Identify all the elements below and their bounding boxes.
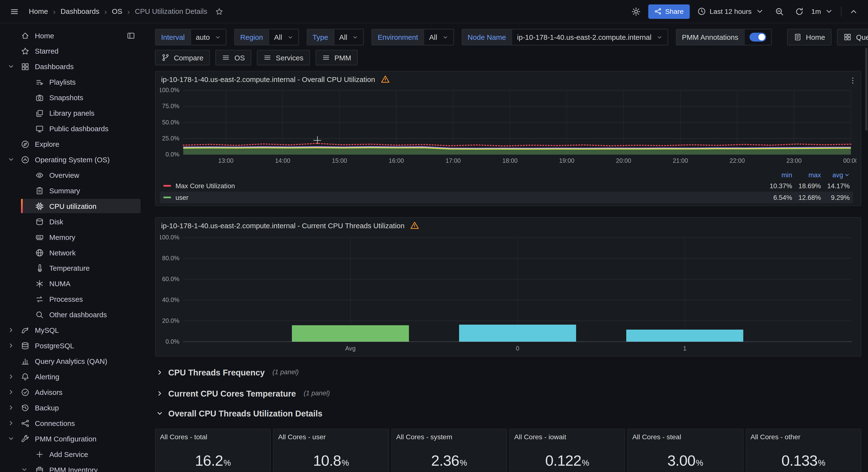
breadcrumb-item-home[interactable]: Home (29, 7, 48, 16)
dock-menu-button[interactable] (127, 31, 141, 39)
panel-menu-button[interactable] (846, 74, 859, 86)
dashboard-settings-button[interactable] (628, 4, 644, 19)
sidebar-item-cpu-utilization[interactable]: CPU utilization (0, 198, 145, 214)
sidebar-item-add-service[interactable]: Add Service (0, 446, 145, 462)
variable-value-dropdown[interactable]: auto (190, 29, 226, 46)
query-analytics-button[interactable]: Query Analytics (837, 29, 868, 46)
breadcrumb-item-dashboards[interactable]: Dashboards (61, 7, 99, 16)
os-button[interactable]: OS (216, 50, 251, 65)
variable-value-dropdown[interactable]: All (269, 29, 299, 46)
sidebar-item-playlists[interactable]: Playlists (0, 74, 145, 90)
chevron-down-icon[interactable] (21, 465, 35, 472)
chevron-right-icon[interactable] (8, 403, 21, 413)
breadcrumb-item-cpu-utilization-details[interactable]: CPU Utilization Details (135, 7, 207, 16)
processes-icon (35, 295, 44, 303)
sidebar-item-backup[interactable]: Backup (0, 400, 145, 415)
warning-icon[interactable] (410, 221, 419, 230)
sidebar-item-connections[interactable]: Connections (0, 415, 145, 431)
variable-label[interactable]: Region (234, 29, 269, 46)
compare-button[interactable]: Compare (155, 50, 210, 65)
sidebar-item-query-analytics-qan[interactable]: Query Analytics (QAN) (0, 353, 145, 369)
panel-title[interactable]: ip-10-178-1-40.us-east-2.compute.interna… (161, 75, 375, 83)
dashboard-row-cpu-threads-frequency[interactable]: CPU Threads Frequency(1 panel) (155, 364, 861, 380)
legend-sort-max[interactable]: max (792, 171, 821, 179)
favorite-star-button[interactable] (212, 4, 227, 19)
chevron-right-icon[interactable] (8, 387, 21, 397)
legend-sort-min[interactable]: min (763, 171, 792, 179)
sidebar-item-library-panels[interactable]: Library panels (0, 105, 145, 121)
chevron-right-icon[interactable] (8, 325, 21, 335)
variable-value-dropdown[interactable]: ip-10-178-1-40.us-east-2.compute.interna… (512, 29, 668, 46)
variable-node-name: Node Nameip-10-178-1-40.us-east-2.comput… (461, 29, 668, 46)
sidebar-item-explore[interactable]: Explore (0, 136, 145, 152)
sidebar-item-postgresql[interactable]: PostgreSQL (0, 338, 145, 353)
zoom-out-button[interactable] (772, 4, 787, 19)
sidebar-item-overview[interactable]: Overview (0, 167, 145, 183)
sidebar-item-home[interactable]: Home (0, 28, 145, 43)
stat-value: 10.8% (274, 452, 389, 470)
legend-row-max-core-utilization: Max Core Utilization10.37%18.69%14.17% (160, 180, 853, 191)
pmm-annotations-toggle[interactable] (744, 29, 772, 46)
sidebar-item-dashboards[interactable]: Dashboards (0, 59, 145, 74)
collapse-topbar-button[interactable] (846, 4, 862, 19)
chevron-right-icon[interactable] (8, 372, 21, 382)
expander-slot (8, 356, 21, 366)
time-range-label: Last 12 hours (710, 7, 752, 15)
chevron-down-icon[interactable] (8, 61, 21, 71)
sidebar-item-public-dashboards[interactable]: Public dashboards (0, 121, 145, 136)
refresh-interval-dropdown[interactable]: 1m (811, 4, 836, 19)
share-button[interactable]: Share (648, 4, 689, 19)
variable-label[interactable]: Environment (372, 29, 424, 46)
legend-series-name[interactable]: Max Core Utilization (176, 182, 235, 190)
chevron-down-icon[interactable] (8, 154, 21, 165)
home-button[interactable]: Home (787, 29, 832, 46)
legend-series-name[interactable]: user (176, 194, 188, 201)
stat-panel-all-cores-steal[interactable]: All Cores - steal3.00% (627, 429, 743, 472)
variable-label[interactable]: Type (307, 29, 334, 46)
chevron-down-icon[interactable] (8, 434, 21, 444)
panel-title[interactable]: ip-10-178-1-40.us-east-2.compute.interna… (161, 221, 404, 230)
chevron-right-icon[interactable] (8, 341, 21, 351)
sidebar-item-starred[interactable]: Starred (0, 43, 145, 59)
legend-sort-avg[interactable]: avg (821, 171, 850, 179)
breadcrumb-item-os[interactable]: OS (112, 7, 122, 16)
svg-text:80.0%: 80.0% (162, 255, 179, 262)
stat-panel-all-cores-iowait[interactable]: All Cores - iowait0.122% (509, 429, 625, 472)
sidebar-item-processes[interactable]: Processes (0, 291, 145, 307)
toggle-switch[interactable] (749, 33, 766, 42)
sidebar-item-pmm-configuration[interactable]: PMM Configuration (0, 431, 145, 446)
refresh-button[interactable] (792, 4, 807, 19)
services-button[interactable]: Services (257, 50, 310, 65)
dashboard-row-overall-cpu-threads-utilization-details[interactable]: Overall CPU Threads Utilization Details (155, 405, 861, 421)
variable-value-dropdown[interactable]: All (334, 29, 364, 46)
variable-selected-value: All (274, 33, 282, 41)
sidebar-item-operating-system-os[interactable]: Operating System (OS) (0, 152, 145, 167)
stat-panel-all-cores-total[interactable]: All Cores - total16.2% (155, 429, 271, 472)
variable-label[interactable]: Interval (155, 29, 190, 46)
sidebar-item-memory[interactable]: Memory (0, 229, 145, 245)
menu-toggle-button[interactable] (6, 4, 22, 19)
warning-icon[interactable] (381, 75, 390, 84)
dashboard-row-current-cpu-cores-temperature[interactable]: Current CPU Cores Temperature(1 panel) (155, 385, 861, 401)
sidebar-item-alerting[interactable]: Alerting (0, 369, 145, 384)
sidebar-item-numa[interactable]: NUMA (0, 276, 145, 291)
sidebar-item-mysql[interactable]: MySQL (0, 322, 145, 338)
stat-panel-all-cores-system[interactable]: All Cores - system2.36% (391, 429, 507, 472)
menu-icon (222, 54, 230, 61)
sidebar-item-advisors[interactable]: Advisors (0, 384, 145, 400)
variable-label[interactable]: Node Name (461, 29, 512, 46)
variable-value-dropdown[interactable]: All (424, 29, 454, 46)
time-range-picker[interactable]: Last 12 hours (694, 4, 767, 19)
stat-panel-all-cores-other[interactable]: All Cores - other0.133% (746, 429, 862, 472)
pmm-button[interactable]: PMM (316, 50, 358, 65)
stat-panel-all-cores-user[interactable]: All Cores - user10.8% (273, 429, 389, 472)
sidebar-item-snapshots[interactable]: Snapshots (0, 90, 145, 105)
sidebar-item-summary[interactable]: Summary (0, 183, 145, 198)
sidebar-item-pmm-inventory[interactable]: PMM Inventory (0, 462, 145, 472)
sidebar-item-disk[interactable]: Disk (0, 214, 145, 229)
scrollbar-thumb[interactable] (865, 48, 868, 130)
sidebar-item-temperature[interactable]: Temperature (0, 260, 145, 276)
chevron-right-icon[interactable] (8, 418, 21, 428)
sidebar-item-network[interactable]: Network (0, 245, 145, 260)
sidebar-item-other-dashboards[interactable]: Other dashboards (0, 307, 145, 322)
